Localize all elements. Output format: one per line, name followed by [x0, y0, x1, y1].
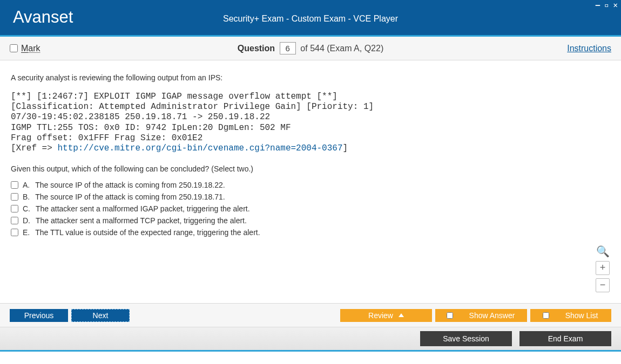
option-d-text: The attacker sent a malformed TCP packet…: [36, 216, 247, 225]
question-content: A security analyst is reviewing the foll…: [0, 60, 621, 303]
option-d-checkbox[interactable]: [11, 217, 18, 224]
option-b[interactable]: B. The source IP of the attack is coming…: [11, 193, 610, 201]
show-answer-button[interactable]: Show Answer: [435, 309, 527, 322]
option-c-checkbox[interactable]: [11, 205, 18, 212]
window-controls: — ▫ ✕: [596, 1, 618, 9]
magnifier-icon[interactable]: 🔍: [596, 245, 610, 258]
review-button[interactable]: Review: [340, 309, 432, 322]
option-b-text: The source IP of the attack is coming fr…: [35, 193, 225, 201]
nav-footer: Previous Next Review Show Answer Show Li…: [0, 303, 621, 327]
xref-link[interactable]: http://cve.mitre.org/cgi-bin/cvename.cgi…: [57, 143, 342, 153]
question-counter: Question 6 of 544 (Exam A, Q22): [0, 42, 621, 54]
option-e-text: The TTL value is outside of the expected…: [35, 228, 260, 237]
end-exam-button[interactable]: End Exam: [519, 331, 611, 346]
option-b-letter: B.: [23, 193, 30, 201]
minimize-button[interactable]: —: [596, 1, 600, 9]
option-a-letter: A.: [23, 181, 30, 189]
option-a-checkbox[interactable]: [11, 181, 18, 189]
option-e[interactable]: E. The TTL value is outside of the expec…: [11, 228, 610, 237]
show-answer-label: Show Answer: [469, 311, 515, 320]
show-list-button[interactable]: Show List: [530, 309, 611, 322]
option-c-letter: C.: [23, 204, 30, 213]
answer-options: A. The source IP of the attack is coming…: [11, 181, 610, 237]
question-label: Question: [238, 44, 275, 53]
next-button[interactable]: Next: [71, 309, 130, 322]
session-footer: Save Session End Exam: [0, 327, 621, 352]
option-c-text: The attacker sent a malformed IGAP packe…: [36, 204, 250, 213]
option-e-checkbox[interactable]: [11, 229, 18, 236]
show-list-checkbox[interactable]: [543, 312, 549, 319]
show-list-label: Show List: [565, 311, 598, 320]
option-d-letter: D.: [23, 216, 30, 225]
previous-button[interactable]: Previous: [10, 309, 68, 322]
question-prompt: Given this output, which of the followin…: [11, 164, 610, 173]
triangle-up-icon: [399, 313, 404, 317]
question-number-box: 6: [280, 42, 296, 54]
show-answer-checkbox[interactable]: [447, 312, 453, 319]
zoom-out-button[interactable]: −: [596, 278, 610, 292]
question-intro: A security analyst is reviewing the foll…: [11, 73, 610, 82]
zoom-controls: 🔍 + −: [595, 245, 610, 292]
option-a-text: The source IP of the attack is coming fr…: [35, 181, 225, 189]
window-title: Security+ Exam - Custom Exam - VCE Playe…: [0, 14, 621, 24]
question-suffix: of 544 (Exam A, Q22): [300, 44, 383, 53]
ips-output-block: [**] [1:2467:7] EXPLOIT IGMP IGAP messag…: [11, 92, 610, 154]
option-a[interactable]: A. The source IP of the attack is coming…: [11, 181, 610, 189]
save-session-button[interactable]: Save Session: [420, 331, 512, 346]
maximize-button[interactable]: ▫: [604, 1, 609, 9]
review-label: Review: [368, 311, 393, 320]
option-e-letter: E.: [23, 228, 30, 237]
option-c[interactable]: C. The attacker sent a malformed IGAP pa…: [11, 204, 610, 213]
title-bar: — ▫ ✕ Avanset Security+ Exam - Custom Ex…: [0, 0, 621, 37]
option-b-checkbox[interactable]: [11, 193, 18, 201]
zoom-in-button[interactable]: +: [596, 261, 610, 275]
question-header-bar: Mark Question 6 of 544 (Exam A, Q22) Ins…: [0, 37, 621, 60]
option-d[interactable]: D. The attacker sent a malformed TCP pac…: [11, 216, 610, 225]
close-button[interactable]: ✕: [613, 1, 618, 9]
